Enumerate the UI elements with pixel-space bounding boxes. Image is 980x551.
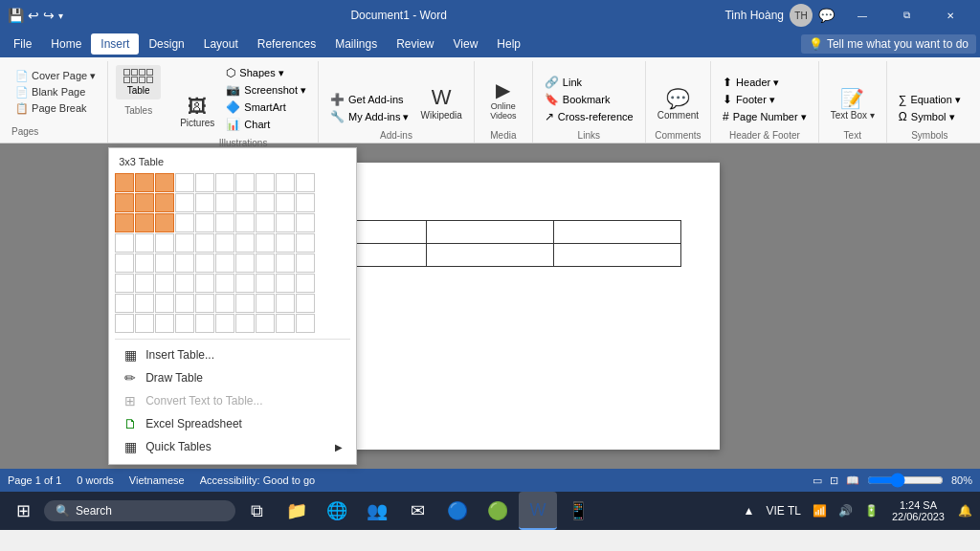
page-break-btn[interactable]: 📋 Page Break	[11, 101, 100, 116]
comments-icon[interactable]: 💬	[818, 8, 835, 23]
grid-cell[interactable]	[155, 294, 174, 313]
grid-cell[interactable]	[195, 294, 214, 313]
quick-tables-item[interactable]: ▦ Quick Tables ▶	[115, 435, 350, 458]
grid-cell[interactable]	[195, 173, 214, 192]
grid-cell[interactable]	[235, 213, 255, 232]
smartart-button[interactable]: 🔷 SmartArt	[222, 99, 310, 115]
grid-cell[interactable]	[155, 253, 174, 273]
grid-cell[interactable]	[135, 193, 154, 212]
shapes-button[interactable]: ⬡ Shapes ▾	[222, 65, 310, 80]
grid-cell[interactable]	[296, 213, 315, 232]
notification-button[interactable]: 🔔	[954, 502, 976, 519]
taskbar-search[interactable]: 🔍 Search	[44, 500, 235, 521]
table-button[interactable]: Table	[116, 65, 161, 99]
explorer-button[interactable]: 📁	[278, 492, 316, 530]
grid-cell[interactable]	[215, 314, 234, 333]
grid-cell[interactable]	[195, 233, 214, 253]
grid-cell[interactable]	[296, 193, 315, 212]
cover-page-btn[interactable]: 📄 Cover Page ▾	[11, 69, 100, 83]
menu-home[interactable]: Home	[41, 33, 91, 55]
excel-spreadsheet-item[interactable]: 🗋 Excel Spreadsheet	[115, 412, 350, 435]
grid-cell[interactable]	[135, 253, 154, 273]
menu-mailings[interactable]: Mailings	[325, 33, 387, 55]
grid-cell[interactable]	[276, 253, 295, 273]
grid-cell[interactable]	[175, 233, 194, 253]
grid-cell[interactable]	[256, 193, 275, 212]
link-button[interactable]: 🔗 Link	[541, 75, 637, 90]
grid-cell[interactable]	[175, 274, 194, 293]
grid-cell[interactable]	[115, 294, 134, 313]
save-icon[interactable]: 💾	[8, 8, 24, 23]
grid-cell[interactable]	[296, 314, 315, 333]
online-videos-button[interactable]: ▶ OnlineVideos	[482, 77, 524, 124]
menu-review[interactable]: Review	[387, 33, 443, 55]
grid-cell[interactable]	[115, 253, 134, 273]
grid-cell[interactable]	[296, 274, 315, 293]
word-button[interactable]: W	[519, 492, 557, 530]
menu-view[interactable]: View	[444, 33, 488, 55]
grid-cell[interactable]	[276, 233, 295, 253]
view-read-icon[interactable]: 📖	[846, 474, 859, 487]
grid-cell[interactable]	[115, 213, 134, 232]
grid-cell[interactable]	[296, 233, 315, 253]
grid-cell[interactable]	[235, 294, 255, 313]
grid-cell[interactable]	[276, 294, 295, 313]
grid-cell[interactable]	[155, 173, 174, 192]
pictures-button[interactable]: 🖼 Pictures	[176, 93, 218, 132]
menu-file[interactable]: File	[4, 33, 41, 55]
grid-cell[interactable]	[135, 213, 154, 232]
menu-insert[interactable]: Insert	[91, 33, 139, 55]
comment-button[interactable]: 💬 Comment	[654, 85, 702, 124]
grid-cell[interactable]	[195, 314, 214, 333]
grid-cell[interactable]	[235, 193, 255, 212]
equation-button[interactable]: ∑ Equation ▾	[895, 92, 965, 107]
grid-cell[interactable]	[115, 274, 134, 293]
task-view-button[interactable]: ⧉	[237, 492, 276, 530]
grid-cell[interactable]	[115, 173, 134, 192]
undo-icon[interactable]: ↩	[28, 8, 39, 23]
grid-cell[interactable]	[235, 274, 255, 293]
grid-cell[interactable]	[235, 253, 255, 273]
grid-cell[interactable]	[215, 193, 234, 212]
grid-cell[interactable]	[296, 173, 315, 192]
cross-ref-button[interactable]: ↗ Cross-reference	[541, 109, 637, 124]
grid-cell[interactable]	[276, 213, 295, 232]
grid-cell[interactable]	[256, 233, 275, 253]
teams-button[interactable]: 👥	[358, 492, 396, 530]
page-number-button[interactable]: # Page Number ▾	[719, 109, 811, 124]
customize-icon[interactable]: ▾	[58, 11, 63, 21]
grid-cell[interactable]	[175, 294, 194, 313]
grid-cell[interactable]	[195, 213, 214, 232]
table-cell[interactable]	[554, 221, 681, 244]
grid-cell[interactable]	[276, 173, 295, 192]
table-grid[interactable]	[115, 173, 350, 333]
grid-cell[interactable]	[155, 193, 174, 212]
grid-cell[interactable]	[175, 173, 194, 192]
grid-cell[interactable]	[135, 294, 154, 313]
grid-cell[interactable]	[155, 314, 174, 333]
avatar[interactable]: TH	[790, 4, 813, 27]
screenshot-button[interactable]: 📷 Screenshot ▾	[222, 82, 310, 98]
lang-indicator[interactable]: VIE TL	[762, 502, 804, 519]
grid-cell[interactable]	[215, 274, 234, 293]
restore-button[interactable]: ⧉	[884, 0, 928, 31]
edge-button[interactable]: 🌐	[318, 492, 356, 530]
grid-cell[interactable]	[256, 294, 275, 313]
grid-cell[interactable]	[115, 193, 134, 212]
volume-icon[interactable]: 🔊	[835, 502, 857, 519]
grid-cell[interactable]	[175, 213, 194, 232]
grid-cell[interactable]	[215, 233, 234, 253]
grid-cell[interactable]	[276, 193, 295, 212]
grid-cell[interactable]	[115, 233, 134, 253]
grid-cell[interactable]	[296, 294, 315, 313]
grid-cell[interactable]	[276, 314, 295, 333]
draw-table-item[interactable]: ✏ Draw Table	[115, 366, 350, 389]
grid-cell[interactable]	[256, 173, 275, 192]
zoom-slider[interactable]	[867, 473, 944, 488]
grid-cell[interactable]	[215, 173, 234, 192]
menu-help[interactable]: Help	[487, 33, 530, 55]
table-cell[interactable]	[427, 244, 554, 267]
insert-table-item[interactable]: ▦ Insert Table...	[115, 343, 350, 366]
start-button[interactable]: ⊞	[4, 492, 42, 530]
grid-cell[interactable]	[155, 213, 174, 232]
